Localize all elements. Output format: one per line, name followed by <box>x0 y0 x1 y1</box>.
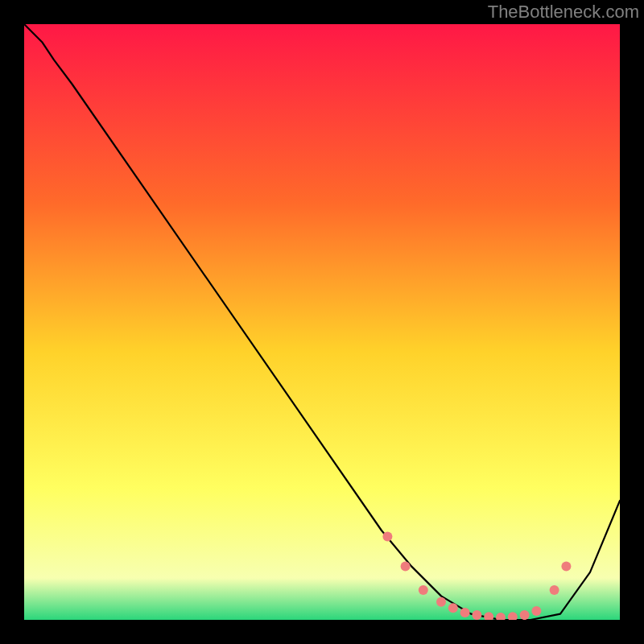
marker-dot <box>561 561 571 571</box>
marker-dot <box>520 610 530 620</box>
marker-dot <box>419 585 428 595</box>
chart-svg <box>24 24 620 620</box>
marker-dot <box>460 608 470 617</box>
marker-dot <box>382 531 392 541</box>
plot-area <box>24 24 620 620</box>
chart-frame: TheBottleneck.com <box>0 0 644 644</box>
gradient-background <box>24 24 620 620</box>
marker-dot <box>550 585 559 595</box>
watermark-text: TheBottleneck.com <box>488 2 639 23</box>
marker-dot <box>436 597 446 607</box>
marker-dot <box>401 561 411 571</box>
marker-dot <box>448 603 458 613</box>
marker-dot <box>531 606 541 616</box>
marker-dot <box>472 610 481 620</box>
